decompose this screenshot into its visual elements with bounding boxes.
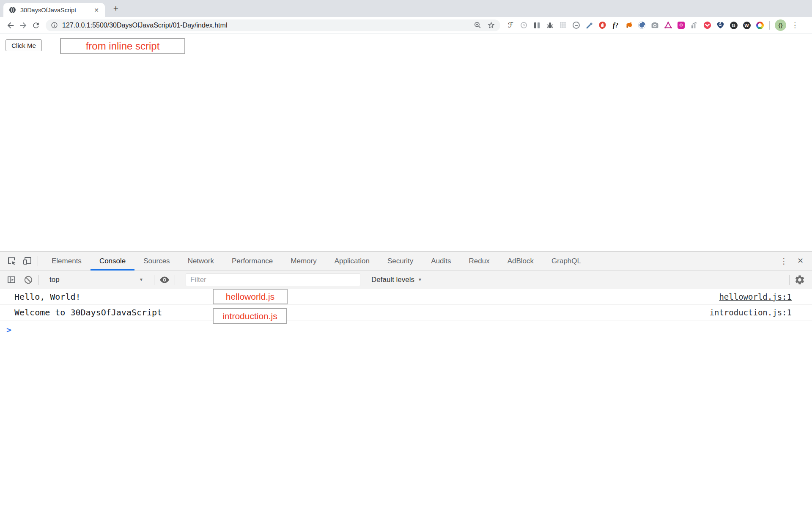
console-settings-gear-icon[interactable] [794, 274, 805, 285]
heart-search-icon[interactable] [716, 20, 725, 30]
rainbow-ring-icon[interactable] [755, 20, 764, 30]
f-question-icon[interactable]: f? [611, 20, 620, 30]
back-icon[interactable] [4, 19, 17, 32]
browser-window: 30DaysOfJavaScript ✕ + 127.0.0.1:5500/30… [0, 0, 812, 508]
tab-console[interactable]: Console [91, 251, 134, 271]
forward-icon[interactable] [17, 19, 30, 32]
console-message-text: Welcome to 30DaysOfJavaScript [14, 307, 162, 318]
console-message-text: Hello, World! [14, 292, 81, 302]
tab-redux[interactable]: Redux [460, 251, 499, 271]
console-messages: Hello, World! helloworld.js:1 Welcome to… [0, 289, 812, 508]
tab-network[interactable]: Network [179, 251, 223, 271]
tab-close-icon[interactable]: ✕ [92, 6, 101, 14]
pink-gear-icon[interactable]: ⚙ [677, 20, 686, 30]
eyedropper-icon[interactable] [585, 20, 594, 30]
graphql-triangle-icon[interactable] [664, 20, 672, 30]
click-me-button[interactable]: Click Me [5, 39, 42, 51]
inline-script-box: from inline script [60, 38, 185, 54]
devtools-panel: Elements Console Sources Network Perform… [0, 251, 812, 508]
chevron-down-icon: ▼ [418, 277, 422, 282]
tab-sources[interactable]: Sources [134, 251, 178, 271]
console-toolbar: top ▼ Default levels ▼ [0, 271, 812, 289]
console-prompt-chevron-icon: > [6, 325, 11, 335]
live-expression-eye-icon[interactable] [159, 274, 170, 285]
console-toolbar-separator [175, 275, 175, 285]
browser-toolbar: 127.0.0.1:5500/30DaysOfJavaScript/01-Day… [0, 17, 812, 34]
context-selector[interactable]: top ▼ [44, 276, 149, 284]
bug-icon[interactable] [546, 20, 554, 30]
tab-security[interactable]: Security [379, 251, 422, 271]
filter-input[interactable] [186, 273, 360, 286]
devtools-separator [38, 256, 38, 266]
console-toolbar-separator [38, 275, 39, 285]
camera-icon[interactable] [650, 20, 659, 30]
devtools-tab-bar: Elements Console Sources Network Perform… [0, 251, 812, 271]
tab-graphql[interactable]: GraphQL [543, 251, 590, 271]
bar-chart-icon[interactable] [690, 20, 699, 30]
tab-performance[interactable]: Performance [223, 251, 282, 271]
atom-icon[interactable] [519, 20, 528, 30]
menu-kebab-icon[interactable]: ⋮ [789, 21, 801, 30]
tab-strip: 30DaysOfJavaScript ✕ + [0, 0, 812, 17]
url-text[interactable]: 127.0.0.1:5500/30DaysOfJavaScript/01-Day… [62, 22, 469, 29]
page-content: Click Me from inline script [0, 34, 812, 251]
annotation-helloworld: helloworld.js [213, 289, 288, 304]
tab-memory[interactable]: Memory [282, 251, 325, 271]
log-levels-label: Default levels [371, 276, 414, 284]
stop-hand-icon[interactable] [598, 20, 607, 30]
devtools-close-icon[interactable]: ✕ [794, 256, 812, 265]
g-circle-icon[interactable]: G [729, 20, 738, 30]
swirl-icon[interactable] [637, 20, 646, 30]
clear-console-icon[interactable] [23, 274, 34, 285]
bookmark-star-icon[interactable] [486, 21, 496, 29]
address-bar[interactable]: 127.0.0.1:5500/30DaysOfJavaScript/01-Day… [46, 19, 500, 31]
devtools-menu-kebab-icon[interactable]: ⋮ [774, 256, 794, 266]
console-sidebar-toggle-icon[interactable] [6, 274, 17, 285]
console-toolbar-separator [789, 275, 790, 285]
megaphone-icon[interactable] [624, 20, 633, 30]
chevron-down-icon: ▼ [139, 277, 143, 282]
console-toolbar-separator [154, 275, 154, 285]
console-source-link[interactable]: introduction.js:1 [710, 308, 792, 317]
devtools-separator [769, 256, 769, 266]
extensions-row: ℱ f? [506, 20, 764, 30]
tab-adblock[interactable]: AdBlock [499, 251, 543, 271]
tab-audits[interactable]: Audits [422, 251, 460, 271]
toolbar-separator [769, 21, 770, 30]
device-toolbar-icon[interactable] [22, 255, 33, 266]
w-circle-icon[interactable]: W [742, 20, 751, 30]
dot-grid-icon[interactable] [559, 20, 568, 30]
tab-elements[interactable]: Elements [43, 251, 91, 271]
console-message-row: Welcome to 30DaysOfJavaScript introducti… [0, 305, 812, 320]
annotation-introduction: introduction.js [213, 308, 287, 324]
console-prompt-row[interactable]: > [0, 320, 812, 335]
site-info-icon[interactable] [51, 22, 58, 29]
tab-title: 30DaysOfJavaScript [20, 7, 92, 14]
zoom-icon[interactable] [472, 21, 483, 29]
profile-avatar[interactable]: {} [775, 19, 786, 31]
pause-bars-icon[interactable] [532, 20, 541, 30]
face-icon[interactable] [572, 20, 581, 30]
reload-icon[interactable] [30, 19, 42, 32]
pocket-icon[interactable] [703, 20, 712, 30]
console-message-row: Hello, World! helloworld.js:1 [0, 289, 812, 305]
globe-favicon-icon [9, 6, 16, 14]
inspect-element-icon[interactable] [6, 255, 17, 266]
new-tab-button[interactable]: + [110, 3, 122, 14]
browser-tab[interactable]: 30DaysOfJavaScript ✕ [3, 3, 105, 17]
console-source-link[interactable]: helloworld.js:1 [719, 292, 792, 301]
tab-application[interactable]: Application [326, 251, 379, 271]
log-levels-dropdown[interactable]: Default levels ▼ [371, 276, 422, 284]
context-selector-value: top [49, 276, 60, 284]
fancy-f-icon[interactable]: ℱ [506, 20, 515, 30]
